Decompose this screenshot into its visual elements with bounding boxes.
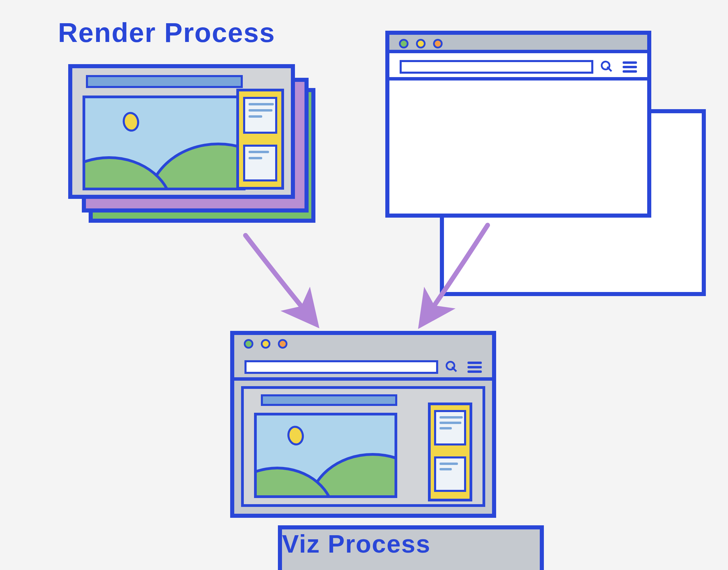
hamburger-menu-icon: [623, 59, 637, 75]
traffic-light-icon: [399, 39, 408, 48]
text-line-icon: [440, 422, 461, 424]
address-bar: [400, 60, 593, 74]
traffic-light-icon: [278, 339, 287, 349]
image-thumbnail: [83, 96, 246, 190]
note-card: [243, 97, 277, 134]
traffic-light-icon: [261, 339, 270, 349]
text-line-icon: [249, 115, 262, 118]
image-thumbnail: [254, 413, 397, 498]
text-line-icon: [249, 151, 269, 153]
text-line-icon: [249, 103, 274, 105]
page-header-bar: [86, 75, 243, 88]
sidebar-notes: [236, 89, 284, 190]
browser-toolbar: [234, 357, 492, 381]
sun-icon: [121, 111, 140, 133]
traffic-light-icon: [433, 39, 443, 48]
viz-process-label: Viz Process: [278, 525, 544, 570]
traffic-light-icon: [244, 339, 253, 349]
arrow-render-to-viz: [246, 235, 310, 317]
viz-process-node: [230, 331, 496, 518]
hamburger-menu-icon: [467, 360, 482, 375]
text-line-icon: [440, 463, 458, 465]
browser-toolbar: [389, 57, 647, 81]
sun-icon: [286, 424, 305, 447]
browser-process-node: [385, 31, 651, 218]
text-line-icon: [440, 416, 463, 419]
note-card: [434, 456, 466, 492]
page-header-bar: [261, 394, 397, 406]
stacked-frame-front: [68, 64, 295, 199]
text-line-icon: [249, 157, 262, 159]
text-line-icon: [440, 468, 452, 470]
render-process-label: Render Process: [58, 17, 275, 48]
address-bar: [244, 360, 438, 374]
text-line-icon: [440, 427, 452, 429]
note-card: [434, 410, 466, 445]
composited-page: [241, 386, 485, 507]
text-line-icon: [249, 109, 272, 112]
note-card: [243, 145, 277, 181]
sidebar-notes: [428, 403, 472, 501]
search-icon: [600, 61, 612, 73]
traffic-light-icon: [416, 39, 426, 48]
window-titlebar: [389, 35, 647, 53]
search-icon: [445, 361, 457, 373]
